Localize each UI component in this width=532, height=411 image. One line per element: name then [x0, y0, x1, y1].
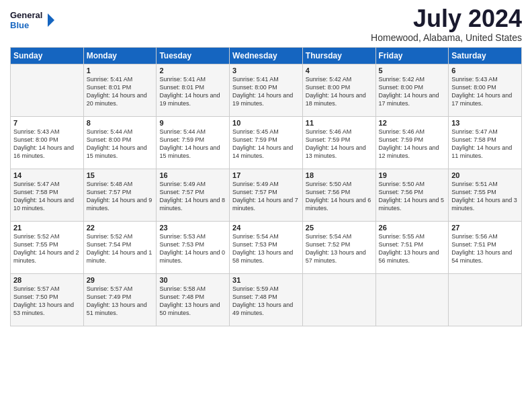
- cell-content: Sunrise: 5:59 AMSunset: 7:48 PMDaylight:…: [232, 285, 300, 318]
- day-number: 27: [451, 224, 519, 232]
- day-number: 15: [87, 171, 154, 179]
- table-cell: 23 Sunrise: 5:53 AMSunset: 7:53 PMDaylig…: [157, 222, 230, 274]
- table-cell: 3 Sunrise: 5:41 AMSunset: 8:00 PMDayligh…: [230, 64, 303, 117]
- day-number: 9: [159, 119, 226, 127]
- cell-content: Sunrise: 5:52 AMSunset: 7:54 PMDaylight:…: [87, 232, 154, 265]
- table-cell: 19 Sunrise: 5:50 AMSunset: 7:56 PMDaylig…: [375, 169, 449, 222]
- table-cell: 13 Sunrise: 5:47 AMSunset: 7:58 PMDaylig…: [449, 117, 522, 169]
- cell-content: Sunrise: 5:50 AMSunset: 7:56 PMDaylight:…: [379, 180, 446, 213]
- cell-content: Sunrise: 5:41 AMSunset: 8:01 PMDaylight:…: [87, 75, 154, 108]
- day-number: 20: [451, 171, 519, 179]
- table-row: 21 Sunrise: 5:52 AMSunset: 7:55 PMDaylig…: [11, 222, 522, 274]
- day-number: 19: [379, 171, 446, 179]
- day-number: 17: [232, 171, 300, 179]
- day-number: 5: [379, 66, 446, 75]
- day-number: 8: [87, 119, 154, 127]
- cell-content: Sunrise: 5:49 AMSunset: 7:57 PMDaylight:…: [159, 180, 226, 213]
- day-number: 24: [232, 224, 300, 232]
- table-cell: 21 Sunrise: 5:52 AMSunset: 7:55 PMDaylig…: [11, 222, 84, 274]
- cell-content: Sunrise: 5:41 AMSunset: 8:01 PMDaylight:…: [159, 75, 226, 108]
- table-cell: 2 Sunrise: 5:41 AMSunset: 8:01 PMDayligh…: [157, 64, 230, 117]
- col-sunday: Sunday: [11, 48, 84, 64]
- cell-content: Sunrise: 5:51 AMSunset: 7:55 PMDaylight:…: [451, 180, 519, 213]
- day-number: 3: [232, 66, 300, 75]
- svg-text:Blue: Blue: [10, 20, 29, 30]
- day-number: 31: [232, 276, 300, 284]
- cell-content: Sunrise: 5:44 AMSunset: 7:59 PMDaylight:…: [159, 128, 226, 161]
- table-row: 1 Sunrise: 5:41 AMSunset: 8:01 PMDayligh…: [11, 64, 522, 117]
- header: General Blue July 2024 Homewood, Alabama…: [10, 7, 522, 43]
- col-wednesday: Wednesday: [230, 48, 303, 64]
- table-cell: [449, 274, 522, 326]
- calendar-table: Sunday Monday Tuesday Wednesday Thursday…: [10, 47, 522, 326]
- svg-text:General: General: [10, 10, 42, 20]
- table-cell: 1 Sunrise: 5:41 AMSunset: 8:01 PMDayligh…: [83, 64, 157, 117]
- table-cell: 24 Sunrise: 5:54 AMSunset: 7:53 PMDaylig…: [230, 222, 303, 274]
- day-number: 2: [159, 66, 226, 75]
- day-number: 11: [306, 119, 373, 127]
- cell-content: Sunrise: 5:57 AMSunset: 7:49 PMDaylight:…: [87, 285, 154, 318]
- table-cell: 11 Sunrise: 5:46 AMSunset: 7:59 PMDaylig…: [302, 117, 375, 169]
- day-number: 16: [159, 171, 226, 179]
- day-number: 1: [87, 66, 154, 75]
- month-year: July 2024: [371, 7, 522, 31]
- table-cell: 6 Sunrise: 5:43 AMSunset: 8:00 PMDayligh…: [449, 64, 522, 117]
- table-cell: 5 Sunrise: 5:42 AMSunset: 8:00 PMDayligh…: [375, 64, 449, 117]
- day-number: 28: [13, 276, 81, 284]
- table-cell: 25 Sunrise: 5:54 AMSunset: 7:52 PMDaylig…: [302, 222, 375, 274]
- table-cell: 27 Sunrise: 5:56 AMSunset: 7:51 PMDaylig…: [449, 222, 522, 274]
- cell-content: Sunrise: 5:42 AMSunset: 8:00 PMDaylight:…: [306, 75, 373, 108]
- day-number: 26: [379, 224, 446, 232]
- table-cell: 26 Sunrise: 5:55 AMSunset: 7:51 PMDaylig…: [375, 222, 449, 274]
- cell-content: Sunrise: 5:47 AMSunset: 7:58 PMDaylight:…: [451, 128, 519, 161]
- day-number: 25: [306, 224, 373, 232]
- col-thursday: Thursday: [302, 48, 375, 64]
- day-number: 14: [13, 171, 81, 179]
- cell-content: Sunrise: 5:53 AMSunset: 7:53 PMDaylight:…: [159, 232, 226, 265]
- day-number: 29: [87, 276, 154, 284]
- calendar-container: General Blue July 2024 Homewood, Alabama…: [0, 0, 532, 333]
- table-cell: [302, 274, 375, 326]
- cell-content: Sunrise: 5:49 AMSunset: 7:57 PMDaylight:…: [232, 180, 300, 213]
- header-row: Sunday Monday Tuesday Wednesday Thursday…: [11, 48, 522, 64]
- cell-content: Sunrise: 5:44 AMSunset: 8:00 PMDaylight:…: [87, 128, 154, 161]
- table-cell: 7 Sunrise: 5:43 AMSunset: 8:00 PMDayligh…: [11, 117, 84, 169]
- col-monday: Monday: [83, 48, 157, 64]
- cell-content: Sunrise: 5:46 AMSunset: 7:59 PMDaylight:…: [379, 128, 446, 161]
- table-cell: [375, 274, 449, 326]
- logo: General Blue: [10, 7, 57, 34]
- day-number: 10: [232, 119, 300, 127]
- day-number: 23: [159, 224, 226, 232]
- table-cell: 14 Sunrise: 5:47 AMSunset: 7:58 PMDaylig…: [11, 169, 84, 222]
- table-cell: 20 Sunrise: 5:51 AMSunset: 7:55 PMDaylig…: [449, 169, 522, 222]
- cell-content: Sunrise: 5:48 AMSunset: 7:57 PMDaylight:…: [87, 180, 154, 213]
- table-cell: 22 Sunrise: 5:52 AMSunset: 7:54 PMDaylig…: [83, 222, 157, 274]
- table-row: 7 Sunrise: 5:43 AMSunset: 8:00 PMDayligh…: [11, 117, 522, 169]
- cell-content: Sunrise: 5:46 AMSunset: 7:59 PMDaylight:…: [306, 128, 373, 161]
- table-cell: 12 Sunrise: 5:46 AMSunset: 7:59 PMDaylig…: [375, 117, 449, 169]
- cell-content: Sunrise: 5:43 AMSunset: 8:00 PMDaylight:…: [451, 75, 519, 108]
- cell-content: Sunrise: 5:55 AMSunset: 7:51 PMDaylight:…: [379, 232, 446, 265]
- col-tuesday: Tuesday: [157, 48, 230, 64]
- cell-content: Sunrise: 5:45 AMSunset: 7:59 PMDaylight:…: [232, 128, 300, 161]
- day-number: 22: [87, 224, 154, 232]
- cell-content: Sunrise: 5:56 AMSunset: 7:51 PMDaylight:…: [451, 232, 519, 265]
- day-number: 12: [379, 119, 446, 127]
- cell-content: Sunrise: 5:54 AMSunset: 7:52 PMDaylight:…: [306, 232, 373, 265]
- cell-content: Sunrise: 5:50 AMSunset: 7:56 PMDaylight:…: [306, 180, 373, 213]
- col-friday: Friday: [375, 48, 449, 64]
- table-cell: 10 Sunrise: 5:45 AMSunset: 7:59 PMDaylig…: [230, 117, 303, 169]
- cell-content: Sunrise: 5:52 AMSunset: 7:55 PMDaylight:…: [13, 232, 81, 265]
- title-block: July 2024 Homewood, Alabama, United Stat…: [371, 7, 522, 43]
- day-number: 4: [306, 66, 373, 75]
- day-number: 18: [306, 171, 373, 179]
- day-number: 30: [159, 276, 226, 284]
- table-cell: 28 Sunrise: 5:57 AMSunset: 7:50 PMDaylig…: [11, 274, 84, 326]
- table-cell: 4 Sunrise: 5:42 AMSunset: 8:00 PMDayligh…: [302, 64, 375, 117]
- day-number: 7: [13, 119, 81, 127]
- cell-content: Sunrise: 5:58 AMSunset: 7:48 PMDaylight:…: [159, 285, 226, 318]
- cell-content: Sunrise: 5:43 AMSunset: 8:00 PMDaylight:…: [13, 128, 81, 161]
- table-cell: [11, 64, 84, 117]
- svg-marker-2: [48, 13, 54, 27]
- table-cell: 17 Sunrise: 5:49 AMSunset: 7:57 PMDaylig…: [230, 169, 303, 222]
